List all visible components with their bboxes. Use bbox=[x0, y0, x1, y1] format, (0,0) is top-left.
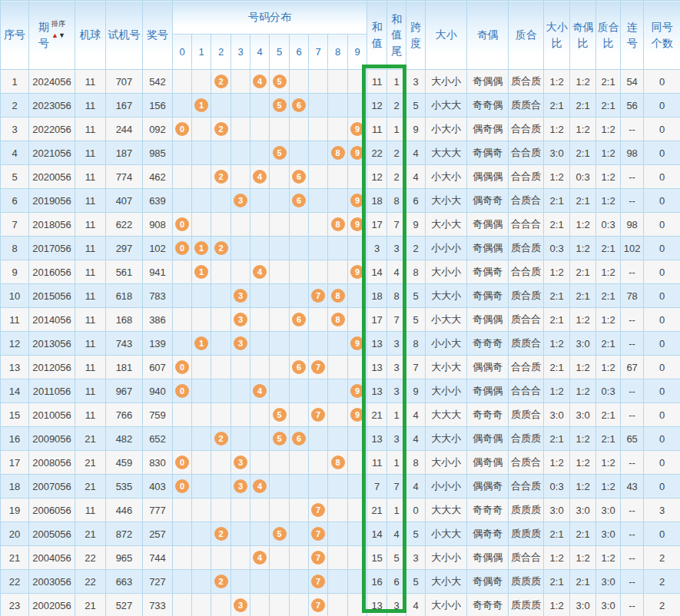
cell-sum-tail: 3 bbox=[387, 379, 406, 403]
cell-digit-2 bbox=[211, 594, 231, 616]
cell-win-number: 639 bbox=[143, 189, 173, 213]
cell-sum-tail: 7 bbox=[387, 308, 406, 332]
cell-test-number: 168 bbox=[106, 308, 143, 332]
cell-digit-5 bbox=[270, 498, 290, 522]
cell-prime: 合合质 bbox=[509, 475, 544, 498]
digit-ball: 3 bbox=[234, 289, 247, 303]
cell-digit-0 bbox=[173, 570, 192, 594]
cell-digit-9 bbox=[348, 427, 367, 451]
cell-digit-0 bbox=[173, 260, 192, 284]
cell-digit-6 bbox=[290, 403, 309, 427]
cell-digit-5 bbox=[270, 570, 290, 594]
cell-digit-7 bbox=[309, 165, 328, 189]
cell-parity: 偶偶奇 bbox=[467, 475, 509, 498]
cell-prime-ratio: 1:2 bbox=[596, 475, 621, 498]
cell-digit-7: 7 bbox=[309, 284, 328, 308]
cell-span: 4 bbox=[406, 403, 426, 427]
cell-digit-1 bbox=[192, 594, 211, 616]
cell-period: 2016056 bbox=[29, 260, 75, 284]
cell-digit-2: 2 bbox=[211, 427, 231, 451]
cell-size: 大小小 bbox=[426, 594, 467, 616]
cell-prime: 合合质 bbox=[509, 356, 544, 379]
cell-test-number: 535 bbox=[106, 475, 143, 498]
cell-size-ratio: 1:2 bbox=[544, 260, 570, 284]
cell-win-number: 403 bbox=[143, 475, 173, 498]
cell-period: 2006056 bbox=[29, 498, 75, 522]
cell-consecutive: -- bbox=[621, 332, 644, 356]
cell-sum-tail: 8 bbox=[387, 284, 406, 308]
cell-digit-0 bbox=[173, 522, 192, 546]
cell-size-ratio: 2:1 bbox=[544, 189, 570, 213]
cell-win-number: 908 bbox=[143, 213, 173, 237]
cell-seq: 21 bbox=[1, 546, 29, 570]
cell-machine-ball: 11 bbox=[75, 141, 106, 165]
cell-consecutive: -- bbox=[621, 403, 644, 427]
cell-size-ratio: 1:2 bbox=[544, 70, 570, 94]
cell-digit-1 bbox=[192, 165, 211, 189]
cell-digit-6 bbox=[290, 70, 309, 94]
cell-period: 2003056 bbox=[29, 570, 75, 594]
col-header-sum-tail: 和 值 尾 bbox=[387, 1, 406, 70]
col-header-size: 大小 bbox=[426, 1, 467, 70]
cell-size: 大大大 bbox=[426, 498, 467, 522]
cell-digit-5 bbox=[270, 451, 290, 475]
cell-digit-9: 9 bbox=[348, 189, 367, 213]
cell-digit-4 bbox=[250, 356, 270, 379]
cell-size-ratio: 2:1 bbox=[544, 284, 570, 308]
cell-digit-4 bbox=[250, 284, 270, 308]
cell-parity: 奇奇奇 bbox=[467, 332, 509, 356]
cell-digit-0: 0 bbox=[173, 379, 192, 403]
cell-sum-tail: 1 bbox=[387, 498, 406, 522]
sort-desc-icon[interactable]: ▼ bbox=[58, 31, 65, 39]
table-row: 202005056218722572571445小大大偶奇奇质质质2:12:13… bbox=[1, 522, 680, 546]
digit-column-header: 5 bbox=[270, 35, 290, 70]
cell-digit-5 bbox=[270, 308, 290, 332]
cell-same-count: 0 bbox=[644, 451, 680, 475]
cell-test-number: 561 bbox=[106, 260, 143, 284]
cell-digit-9 bbox=[348, 165, 367, 189]
col-header-prime: 质合 bbox=[509, 1, 544, 70]
cell-span: 9 bbox=[406, 213, 426, 237]
cell-size: 大小小 bbox=[426, 451, 467, 475]
cell-digit-0: 0 bbox=[173, 451, 192, 475]
cell-consecutive: 98 bbox=[621, 213, 644, 237]
sort-asc-icon[interactable]: ▲ bbox=[51, 31, 58, 39]
cell-prime-ratio: 1:2 bbox=[596, 546, 621, 570]
cell-same-count: 0 bbox=[644, 332, 680, 356]
digit-ball: 0 bbox=[175, 241, 189, 255]
cell-size: 大小大 bbox=[426, 189, 467, 213]
cell-span: 4 bbox=[406, 594, 426, 616]
cell-digit-5: 5 bbox=[270, 403, 290, 427]
cell-digit-6: 6 bbox=[290, 356, 309, 379]
cell-digit-5: 5 bbox=[270, 94, 290, 118]
col-header-machine-ball: 机球 bbox=[75, 1, 106, 70]
cell-digit-6 bbox=[290, 237, 309, 260]
cell-parity: 奇奇偶 bbox=[467, 94, 509, 118]
cell-test-number: 872 bbox=[106, 522, 143, 546]
col-header-win-number: 奖号 bbox=[143, 1, 173, 70]
cell-digit-0 bbox=[173, 332, 192, 356]
col-header-period-label: 期 号 bbox=[38, 19, 49, 51]
cell-size-ratio: 1:2 bbox=[544, 546, 570, 570]
digit-ball: 6 bbox=[292, 98, 306, 112]
cell-period: 2009056 bbox=[29, 427, 75, 451]
digit-ball: 5 bbox=[273, 527, 287, 541]
cell-machine-ball: 11 bbox=[75, 379, 106, 403]
cell-win-number: 783 bbox=[143, 284, 173, 308]
cell-digit-9: 9 bbox=[348, 332, 367, 356]
cell-digit-0: 0 bbox=[173, 118, 192, 141]
cell-consecutive: 56 bbox=[621, 94, 644, 118]
cell-seq: 12 bbox=[1, 332, 29, 356]
cell-digit-2 bbox=[211, 260, 231, 284]
cell-digit-0 bbox=[173, 189, 192, 213]
cell-period: 2022056 bbox=[29, 118, 75, 141]
cell-consecutive: -- bbox=[621, 379, 644, 403]
cell-size: 大小大 bbox=[426, 213, 467, 237]
cell-machine-ball: 11 bbox=[75, 403, 106, 427]
cell-prime-ratio: 1:2 bbox=[596, 118, 621, 141]
cell-parity-ratio: 1:2 bbox=[570, 475, 596, 498]
cell-digit-6 bbox=[290, 522, 309, 546]
digit-ball: 2 bbox=[214, 527, 228, 541]
col-header-parity: 奇偶 bbox=[467, 1, 509, 70]
cell-parity: 偶奇偶 bbox=[467, 427, 509, 451]
